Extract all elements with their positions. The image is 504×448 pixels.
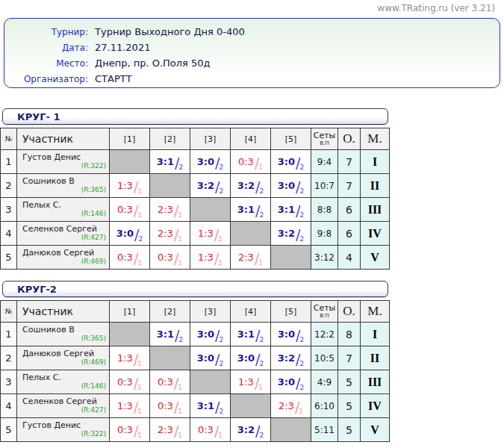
player-name: Густов Денис [17, 150, 109, 162]
match-loss-cell: 2:3/1 [231, 246, 271, 270]
match-loss-cell: 0:3/1 [150, 394, 190, 418]
player-cell: Густов Денис(R:322) [17, 150, 110, 174]
col-round-5-header: [5] [271, 301, 311, 323]
match-score: 0:3/1 [110, 418, 149, 441]
match-loss-cell: 0:3/1 [110, 370, 150, 394]
match-score-value: 1:3 [117, 180, 133, 191]
player-cell: Селенков Сергей(R:427) [17, 394, 110, 418]
match-points-earned: 1 [178, 211, 182, 219]
match-points-fraction: /2 [255, 177, 264, 195]
match-score: 3:1/2 [231, 198, 270, 221]
match-score: 3:0/2 [190, 346, 230, 370]
match-score-value: 3:0 [237, 352, 255, 364]
match-points-fraction: /1 [134, 201, 142, 219]
match-win-cell: 3:0/2 [190, 323, 231, 346]
col-place-header: М. [361, 128, 390, 150]
diagonal-cell [271, 418, 311, 442]
col-participant-header: Участник [17, 128, 110, 150]
place-cell: IV [361, 222, 390, 246]
match-score-value: 3:0 [278, 329, 295, 340]
match-points-fraction: /1 [174, 397, 182, 415]
player-name: Пелых С. [17, 370, 109, 382]
row-number: 4 [1, 222, 17, 246]
player-row: 5Данюков Сергей(R:469)0:3/10:3/11:3/12:3… [1, 246, 390, 270]
sets-ratio-cell: 5:11 [311, 418, 338, 442]
group-title: КРУГ- 1 [17, 111, 60, 122]
match-points-fraction: /2 [255, 201, 264, 219]
match-score-value: 0:3 [117, 376, 133, 388]
player-name: Густов Денис [17, 418, 109, 430]
match-score: 2:3/1 [150, 418, 190, 441]
col-round-3-header: [3] [190, 301, 231, 323]
match-points-earned: 2 [299, 235, 304, 243]
match-points-earned: 1 [137, 259, 142, 267]
match-score-value: 3:0 [116, 228, 134, 239]
match-score-value: 3:2 [197, 180, 214, 191]
player-name: Данюков Сергей [17, 246, 109, 258]
match-score: 3:2/2 [190, 174, 230, 197]
match-win-cell: 3:1/2 [150, 150, 190, 174]
match-points-fraction: /1 [174, 225, 182, 243]
player-name: Данюков Сергей [17, 346, 109, 358]
player-row: 1Сошников В(R:365)3:1/23:0/23:1/23:0/212… [1, 323, 390, 346]
match-score-value: 3:2 [237, 180, 255, 191]
match-points-fraction: /2 [215, 349, 223, 367]
match-score: 0:3/1 [190, 418, 230, 441]
match-score: 3:0/2 [271, 370, 311, 393]
match-score-value: 2:3 [158, 228, 173, 239]
match-points-fraction: /1 [174, 249, 182, 267]
col-place-header: М. [361, 301, 390, 323]
match-score-value: 1:3 [198, 228, 214, 239]
match-points-fraction: /1 [134, 397, 142, 415]
place-cell: III [361, 370, 390, 394]
match-points-earned: 2 [219, 408, 223, 415]
match-score-value: 3:0 [197, 329, 214, 340]
match-score: 2:3/1 [150, 198, 190, 221]
match-score-value: 3:1 [157, 329, 174, 340]
match-score: 3:2/2 [271, 222, 311, 245]
match-loss-cell: 0:3/1 [231, 150, 271, 174]
row-number: 1 [1, 323, 17, 346]
match-win-cell: 3:2/2 [231, 174, 271, 198]
match-score: 3:1/2 [150, 150, 190, 173]
match-points-fraction: /1 [255, 249, 263, 267]
sets-header-sub: В:П [311, 140, 337, 146]
player-cell: Данюков Сергей(R:469) [17, 246, 110, 270]
match-score-value: 2:3 [238, 252, 254, 263]
match-score: 0:3/1 [150, 370, 190, 393]
player-cell: Пелых С.(R:146) [17, 198, 110, 222]
place-cell: V [361, 246, 390, 270]
match-loss-cell: 1:3/1 [231, 370, 271, 394]
match-score: 3:0/2 [271, 174, 311, 197]
sets-ratio-cell: 10:7 [311, 174, 338, 198]
match-points-earned: 1 [178, 384, 182, 391]
match-points-earned: 2 [299, 384, 304, 391]
col-points-header: О. [338, 301, 361, 323]
match-win-cell: 3:0/2 [231, 346, 271, 370]
info-value: 27.11.2021 [95, 42, 150, 53]
match-points-fraction: /1 [174, 373, 182, 391]
player-row: 2Данюков Сергей(R:469)1:3/13:0/23:0/23:2… [1, 346, 390, 370]
player-cell: Пелых С.(R:146) [17, 370, 110, 394]
match-points-fraction: /1 [134, 177, 142, 195]
match-points-earned: 1 [178, 235, 182, 243]
match-loss-cell: 1:3/1 [190, 222, 231, 246]
match-loss-cell: 0:3/1 [110, 246, 150, 270]
match-loss-cell: 1:3/1 [110, 174, 150, 198]
info-label: Дата: [4, 43, 88, 53]
match-score: 0:3/1 [150, 394, 190, 417]
match-points-earned: 1 [258, 259, 263, 267]
match-score-value: 0:3 [238, 156, 254, 167]
site-watermark: www.TRating.ru (ver 3.21) [0, 0, 504, 16]
match-win-cell: 3:1/2 [190, 394, 231, 418]
diagonal-cell [271, 246, 311, 270]
match-points-earned: 1 [218, 432, 223, 439]
match-score-value: 1:3 [238, 376, 254, 388]
match-points-earned: 2 [178, 336, 183, 343]
col-points-header: О. [338, 128, 361, 150]
match-score: 3:2/2 [271, 346, 311, 370]
match-score: 0:3/1 [150, 246, 190, 269]
place-cell: II [361, 174, 390, 198]
match-points-earned: 2 [299, 336, 304, 343]
match-score-value: 1:3 [198, 252, 214, 263]
